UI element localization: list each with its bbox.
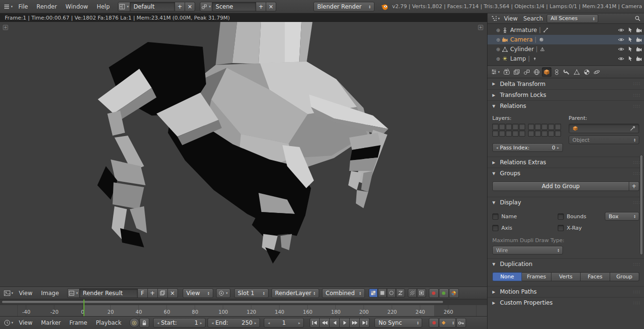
panel-grip-icon[interactable]: ∷∷	[633, 300, 640, 306]
menu-image[interactable]: Image	[37, 290, 63, 297]
render-engine-select[interactable]: Blender Render ▴▾	[313, 2, 374, 11]
editor-type-select-info[interactable]: ▾	[2, 2, 14, 11]
panel-grip-icon[interactable]: ∷∷	[633, 104, 640, 109]
duplication-none-button[interactable]: None	[492, 272, 522, 281]
scene-unlink-button[interactable]: ×	[266, 2, 276, 11]
frame-end-field[interactable]: ◂ End: 250 ▸	[208, 318, 260, 328]
expand-icon[interactable]: ⊕	[496, 56, 500, 62]
menu-view[interactable]: View	[15, 290, 37, 297]
image-editor-canvas[interactable]: + +	[0, 22, 488, 287]
tab-object-data[interactable]	[572, 67, 582, 77]
duplication-verts-button[interactable]: Verts	[551, 272, 581, 281]
bounds-checkbox[interactable]	[558, 213, 564, 220]
panel-grip-icon[interactable]: ∷∷	[633, 200, 640, 205]
camera-data-icon[interactable]	[539, 37, 544, 42]
panel-header-relations-extras[interactable]: ▶ Relations Extras ∷∷	[488, 157, 644, 168]
editor-type-select-image[interactable]: ▾	[2, 289, 15, 297]
increment-icon[interactable]: ▸	[557, 146, 559, 150]
menu-view[interactable]: View	[501, 15, 520, 22]
menu-frame[interactable]: Frame	[65, 319, 91, 326]
add-to-group-button[interactable]: Add to Group	[492, 181, 629, 191]
tab-physics[interactable]	[592, 67, 602, 77]
panel-header-duplication[interactable]: ▼ Duplication ∷∷	[488, 258, 644, 269]
panel-header-transform-locks[interactable]: ▶ Transform Locks ∷∷	[488, 89, 644, 100]
layer-toggle[interactable]	[548, 130, 554, 137]
panel-header-relations[interactable]: ▼ Relations ∷∷	[488, 100, 644, 111]
z-buffer-toggle[interactable]	[396, 288, 405, 297]
outliner-item-camera[interactable]: ⊕ Camera |	[488, 35, 644, 44]
next-keyframe-button[interactable]	[350, 318, 360, 328]
panel-header-motion-paths[interactable]: ▶ Motion Paths ∷∷	[488, 286, 644, 297]
timeline-scroll-track[interactable]	[0, 299, 488, 305]
color-management-button[interactable]	[449, 288, 459, 298]
camera-render-icon[interactable]	[636, 47, 642, 52]
insert-keyframe-button[interactable]	[456, 318, 466, 328]
pass-index-slider[interactable]: ◂ Pass Index: 0 ▸	[492, 143, 563, 152]
panel-header-delta-transform[interactable]: ▶ Delta Transform ∷∷	[488, 78, 644, 89]
tab-world[interactable]	[532, 67, 541, 77]
name-checkbox[interactable]	[492, 213, 499, 220]
layer-toggle[interactable]	[506, 124, 512, 130]
clip-toggle[interactable]	[417, 288, 426, 297]
jump-to-start-button[interactable]	[310, 318, 320, 328]
armature-data-icon[interactable]	[543, 27, 549, 33]
layer-toggle[interactable]	[499, 130, 505, 137]
jump-to-end-button[interactable]	[360, 318, 370, 328]
tab-constraints[interactable]	[552, 67, 561, 77]
play-button[interactable]	[340, 318, 350, 328]
record-composite-button[interactable]	[429, 288, 439, 298]
camera-render-icon[interactable]	[636, 28, 642, 33]
tab-material[interactable]	[582, 67, 592, 77]
panel-grip-icon[interactable]: ∷∷	[633, 289, 640, 295]
alpha-toggle[interactable]	[387, 288, 396, 297]
keying-set-select[interactable]: ▴▾	[439, 318, 456, 328]
properties-scrollbar-thumb[interactable]	[640, 155, 643, 255]
editor-type-select-outliner[interactable]: ▾	[489, 14, 501, 22]
menu-window[interactable]: Window	[61, 3, 92, 10]
layer-toggle[interactable]	[528, 130, 534, 137]
previous-keyframe-button[interactable]	[320, 318, 330, 328]
editor-mode-select[interactable]: View ▴▾	[183, 288, 213, 298]
decrement-icon[interactable]: ◂	[211, 321, 213, 325]
cursor-icon[interactable]	[628, 56, 633, 62]
layer-toggle[interactable]	[541, 124, 548, 130]
color-toggle[interactable]	[378, 288, 387, 297]
eye-icon[interactable]	[618, 47, 624, 52]
layer-toggle[interactable]	[535, 130, 541, 137]
unlink-image-button[interactable]: ×	[168, 288, 178, 298]
menu-render[interactable]: Render	[32, 3, 62, 10]
play-reverse-button[interactable]	[330, 318, 340, 328]
current-frame-field[interactable]: ◂ 1 ▸	[264, 318, 304, 328]
cursor-icon[interactable]	[628, 27, 633, 33]
new-image-button[interactable]: +	[148, 288, 158, 298]
camera-render-icon[interactable]	[636, 56, 642, 62]
layer-toggle[interactable]	[492, 124, 499, 130]
dupli-draw-type-select[interactable]: Wire ▴▾	[492, 246, 563, 255]
region-split-widget[interactable]: +	[478, 25, 483, 30]
layer-toggle[interactable]	[492, 130, 499, 137]
editor-type-select-timeline[interactable]: ▾	[2, 318, 15, 327]
cursor-icon[interactable]	[628, 37, 633, 42]
scene-add-button[interactable]: +	[256, 2, 266, 11]
preview-range-button[interactable]	[129, 318, 139, 328]
bounds-type-select[interactable]: Box ▴▾	[605, 212, 639, 221]
decrement-icon[interactable]: ◂	[268, 321, 270, 325]
outliner-display-select[interactable]: All Scenes ▴▾	[547, 14, 598, 23]
decrement-icon[interactable]: ◂	[157, 321, 159, 325]
region-split-widget[interactable]: +	[3, 25, 8, 30]
panel-grip-icon[interactable]: ∷∷	[633, 171, 640, 176]
increment-icon[interactable]: ▸	[200, 321, 202, 325]
tab-scene[interactable]	[522, 67, 531, 77]
expand-icon[interactable]: ⊕	[496, 47, 500, 52]
layers-grid[interactable]	[492, 124, 564, 137]
layer-toggle[interactable]	[519, 124, 525, 130]
layout-unlink-button[interactable]: ×	[185, 2, 195, 11]
fake-user-button[interactable]: F	[138, 288, 148, 298]
layout-browse-button[interactable]: ▾	[118, 2, 130, 11]
color-alpha-toggle[interactable]	[369, 288, 378, 297]
menu-file[interactable]: File	[14, 3, 32, 10]
slot-select[interactable]: Slot 1 ▴▾	[234, 288, 269, 298]
layer-toggle[interactable]	[535, 124, 541, 130]
layer-toggle[interactable]	[519, 130, 525, 137]
axis-checkbox[interactable]	[492, 225, 499, 231]
